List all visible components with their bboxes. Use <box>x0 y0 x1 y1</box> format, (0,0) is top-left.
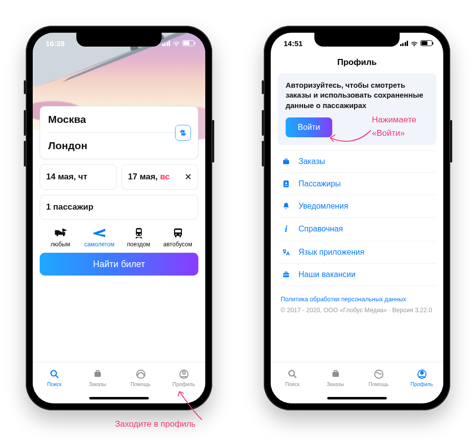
svg-point-10 <box>136 234 138 235</box>
svg-point-37 <box>420 371 423 374</box>
clear-return-icon[interactable]: ✕ <box>184 171 192 182</box>
transport-selector: любым самолетом поездом <box>40 226 198 248</box>
depart-date-field[interactable]: 14 мая, чт <box>40 164 117 190</box>
page-title: Профиль <box>271 54 443 73</box>
phone-mockup-search: 16:28 <box>26 26 212 410</box>
svg-point-14 <box>175 234 177 235</box>
wifi-icon <box>411 40 418 46</box>
home-indicator[interactable] <box>33 392 205 403</box>
svg-rect-30 <box>285 272 288 274</box>
transport-plane[interactable]: самолетом <box>81 226 118 248</box>
bell-icon <box>281 202 292 211</box>
transport-train[interactable]: поездом <box>120 226 157 248</box>
wifi-icon <box>173 40 180 46</box>
swap-cities-button[interactable] <box>175 125 191 141</box>
transport-any[interactable]: любым <box>42 226 79 248</box>
battery-icon <box>420 40 432 46</box>
transport-bus[interactable]: автобусом <box>160 226 196 248</box>
origin-field[interactable]: Москва <box>40 107 198 132</box>
phone-mockup-profile: 14:51 Профиль Авторизуйтесь, чтобы смотр… <box>264 26 450 410</box>
login-button[interactable]: Войти <box>286 117 332 137</box>
tab-orders[interactable]: Заказы <box>76 362 119 392</box>
status-time: 14:51 <box>284 39 302 48</box>
svg-point-15 <box>179 234 180 235</box>
svg-point-32 <box>289 370 294 376</box>
destination-field[interactable]: Лондон <box>40 133 198 159</box>
cellular-signal-icon <box>162 41 171 46</box>
privacy-policy-link[interactable]: Политика обработки персональных данных <box>281 296 433 303</box>
passport-icon <box>281 179 292 188</box>
svg-point-6 <box>56 234 58 236</box>
plane-icon <box>92 226 107 239</box>
home-indicator[interactable] <box>271 392 443 403</box>
menu-jobs[interactable]: Наши вакансии <box>278 264 436 286</box>
svg-point-27 <box>285 182 287 184</box>
notch <box>76 33 162 47</box>
svg-rect-25 <box>285 159 288 161</box>
svg-rect-34 <box>334 370 337 372</box>
depart-date-text: 14 мая, чт <box>46 172 87 182</box>
svg-point-11 <box>139 234 141 235</box>
tab-search[interactable]: Поиск <box>33 362 76 392</box>
svg-point-18 <box>51 370 56 376</box>
menu-orders[interactable]: Заказы <box>278 150 436 173</box>
svg-point-23 <box>182 371 185 374</box>
tab-profile[interactable]: Профиль <box>162 362 205 392</box>
annotation-login-hint: Нажимаете «Войти» <box>372 113 416 140</box>
svg-point-35 <box>374 370 383 378</box>
tab-help[interactable]: Помощь <box>119 362 162 392</box>
svg-rect-13 <box>175 230 181 232</box>
copyright-text: © 2017 - 2020, ООО «Глобус Медиа» · Верс… <box>281 307 433 314</box>
bus-icon <box>171 226 185 239</box>
language-icon <box>281 248 292 257</box>
annotation-profile-hint: Заходите в профиль <box>115 419 195 429</box>
svg-rect-16 <box>175 236 177 237</box>
search-icon <box>49 368 60 380</box>
find-ticket-button[interactable]: Найти билет <box>40 253 198 276</box>
svg-rect-28 <box>285 185 288 186</box>
orders-icon <box>92 368 104 380</box>
return-date-text: 17 мая, вс <box>128 172 170 182</box>
search-icon <box>287 368 298 380</box>
train-icon <box>131 226 146 239</box>
tab-search[interactable]: Поиск <box>271 362 314 392</box>
cellular-signal-icon <box>400 41 409 46</box>
info-icon: i <box>281 224 292 234</box>
battery-icon <box>182 40 194 46</box>
briefcase-icon <box>281 157 292 166</box>
search-form: Москва Лондон 14 мая, чт 17 мая, вс ✕ <box>40 106 198 280</box>
tab-orders[interactable]: Заказы <box>314 362 357 392</box>
passengers-field[interactable]: 1 пассажир <box>40 195 198 220</box>
tab-bar: Поиск Заказы Помощь Профиль <box>271 362 443 392</box>
menu-reference[interactable]: i Справочная <box>278 218 436 241</box>
profile-icon <box>416 368 428 380</box>
svg-rect-31 <box>283 275 289 276</box>
passengers-text: 1 пассажир <box>46 202 93 212</box>
auth-message: Авторизуйтесь, чтобы смотреть заказы и и… <box>286 80 428 111</box>
menu-notifications[interactable]: Уведомления <box>278 195 436 218</box>
orders-icon <box>330 368 342 380</box>
svg-point-7 <box>62 234 64 236</box>
help-icon <box>135 368 147 380</box>
svg-rect-9 <box>137 229 141 232</box>
tab-help[interactable]: Помощь <box>357 362 400 392</box>
svg-rect-20 <box>96 370 99 372</box>
return-date-field[interactable]: 17 мая, вс ✕ <box>121 164 198 190</box>
profile-menu: Заказы Пассажиры Уведомления i Справочна… <box>278 150 436 286</box>
tab-bar: Поиск Заказы Помощь Профиль <box>33 362 205 392</box>
transport-any-icon <box>53 226 68 239</box>
status-time: 16:28 <box>46 39 64 48</box>
profile-icon <box>178 368 190 380</box>
svg-rect-17 <box>179 236 181 237</box>
menu-language[interactable]: Язык приложения <box>278 241 436 264</box>
help-icon <box>373 368 385 380</box>
tab-profile[interactable]: Профиль <box>400 362 443 392</box>
menu-passengers[interactable]: Пассажиры <box>278 173 436 195</box>
notch <box>314 33 400 47</box>
jobs-icon <box>281 270 292 279</box>
